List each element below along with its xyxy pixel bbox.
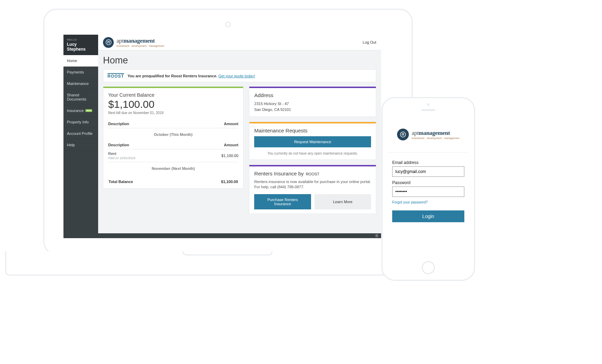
- app-screen: HELLO Lucy Stephens Home Payments Mainte…: [63, 35, 381, 238]
- brand-text: aptmanagement investment · development ·…: [412, 130, 459, 139]
- sidebar-item-maintenance[interactable]: Maintenance: [63, 78, 98, 89]
- renters-insurance-text: Renters insurance is now available for p…: [254, 179, 371, 190]
- sidebar: HELLO Lucy Stephens Home Payments Mainte…: [63, 35, 98, 238]
- bottombar-icon: ⓐ: [375, 234, 378, 238]
- brand-text: aptmanagement investment · development ·…: [117, 38, 164, 47]
- phone-screen: aptmanagement investment · development ·…: [387, 120, 469, 255]
- greeting-hello-label: HELLO: [67, 38, 95, 41]
- notice-link[interactable]: Get your quote today!: [218, 74, 255, 78]
- page-body: Home ROOST You are prequalified for Roos…: [98, 50, 381, 238]
- password-label: Password: [392, 180, 464, 185]
- learn-more-button[interactable]: Learn More: [315, 194, 371, 209]
- forgot-password-link[interactable]: Forgot your password?: [392, 200, 464, 204]
- phone-brand: aptmanagement investment · development ·…: [387, 120, 469, 153]
- address-line-1: 2315 Hickory St - 47: [254, 101, 371, 107]
- sidebar-item-insurance[interactable]: InsuranceNEW: [63, 105, 98, 116]
- svg-point-1: [401, 132, 406, 137]
- month-heading: November (Next Month): [108, 162, 238, 175]
- row-amt: $1,100.00: [187, 149, 238, 162]
- sidebar-item-shared-documents[interactable]: Shared Documents: [63, 89, 98, 105]
- main-area: aptmanagement investment · development ·…: [98, 35, 381, 238]
- new-badge: NEW: [85, 109, 92, 112]
- th-amount: Amount: [187, 141, 238, 149]
- address-card: Address 2315 Hickory St - 47 San Diego, …: [249, 86, 376, 117]
- renters-insurance-card: Renters Insurance by ROOST Renters insur…: [249, 165, 376, 214]
- laptop-trackpad-notch: [182, 251, 273, 255]
- balance-sub: Next bill due on November 01, 2018: [108, 111, 238, 115]
- page-title: Home: [103, 55, 376, 66]
- maintenance-card: Maintenance Requests Request Maintenance…: [249, 122, 376, 160]
- month-heading: October (This Month): [108, 128, 238, 141]
- sidebar-item-account-profile[interactable]: Account Profile: [63, 128, 98, 139]
- topbar: aptmanagement investment · development ·…: [98, 35, 381, 50]
- request-maintenance-button[interactable]: Request Maintenance: [254, 136, 371, 147]
- phone-frame: aptmanagement investment · development ·…: [381, 97, 475, 281]
- th-description: Description: [108, 141, 187, 149]
- notice-text: You are prequalified for Roost Renters I…: [128, 74, 255, 78]
- address-line-2: San Diego, CA 92101: [254, 107, 371, 113]
- balance-amount: $1,100.00: [108, 98, 238, 110]
- total-value: $1,100.00: [187, 175, 238, 184]
- row-desc: Rent Paid on 10/01/2018: [108, 149, 187, 162]
- sidebar-item-payments[interactable]: Payments: [63, 67, 98, 78]
- sidebar-greeting: HELLO Lucy Stephens: [63, 35, 98, 55]
- renters-insurance-title: Renters Insurance by ROOST: [254, 171, 371, 176]
- login-form: Email address Password Forgot your passw…: [387, 153, 469, 228]
- login-button[interactable]: Login: [392, 210, 464, 222]
- purchase-insurance-button[interactable]: Purchase Renters Insurance: [254, 194, 311, 209]
- logout-link[interactable]: Log Out: [363, 40, 376, 44]
- svg-point-0: [106, 40, 111, 45]
- address-title: Address: [254, 92, 371, 98]
- phone-speaker-icon: [421, 109, 435, 111]
- prequalified-notice: ROOST You are prequalified for Roost Ren…: [103, 69, 376, 82]
- password-field[interactable]: [392, 187, 464, 197]
- maintenance-empty-text: You currently do not have any open maint…: [254, 151, 371, 155]
- sidebar-item-home[interactable]: Home: [63, 55, 98, 67]
- bottombar: ⓐ: [98, 233, 381, 238]
- maintenance-title: Maintenance Requests: [254, 128, 371, 133]
- phone-home-button-icon: [422, 261, 435, 274]
- brand-logo-icon: [103, 37, 114, 48]
- total-label: Total Balance: [108, 175, 187, 184]
- sidebar-item-help[interactable]: Help: [63, 139, 98, 151]
- roost-logo-icon: ROOST: [108, 73, 124, 78]
- laptop-camera-icon: [225, 21, 231, 27]
- email-field[interactable]: [392, 166, 464, 177]
- brand-logo-icon: [397, 129, 409, 140]
- brand: aptmanagement investment · development ·…: [103, 37, 164, 48]
- th-amount: Amount: [187, 120, 238, 128]
- th-description: Description: [108, 120, 187, 128]
- greeting-username: Lucy Stephens: [67, 42, 95, 52]
- roost-logo-icon: ROOST: [306, 172, 319, 176]
- balance-card: Your Current Balance $1,100.00 Next bill…: [103, 86, 243, 189]
- phone-camera-icon: [427, 103, 430, 106]
- sidebar-nav: Home Payments Maintenance Shared Documen…: [63, 55, 98, 151]
- sidebar-item-property-info[interactable]: Property Info: [63, 116, 98, 128]
- balance-title: Your Current Balance: [108, 92, 238, 98]
- balance-table: Description Amount October (This Month) …: [108, 120, 238, 184]
- email-label: Email address: [392, 160, 464, 165]
